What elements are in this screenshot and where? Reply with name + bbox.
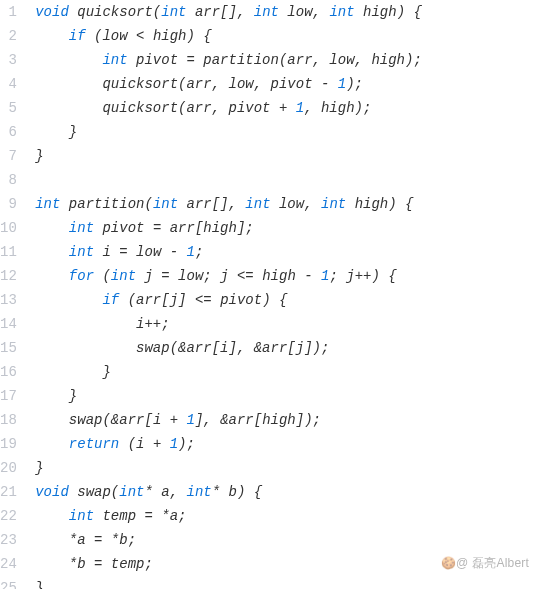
token-pn: , (355, 52, 363, 68)
token-pn: ) (346, 76, 354, 92)
token-kw: int (153, 196, 178, 212)
token-pn: , (229, 196, 237, 212)
token-kw: int (111, 268, 136, 284)
token-pn: ) (187, 28, 195, 44)
token-id: arr (262, 340, 287, 356)
token-op: = (186, 52, 194, 68)
token-id: swap (136, 340, 170, 356)
token-id: low (178, 268, 203, 284)
code-line[interactable]: } (27, 120, 539, 144)
token-pn: ) (355, 100, 363, 116)
code-line[interactable]: for (int j = low; j <= high - 1; j++) { (27, 264, 539, 288)
token-pn: ] (228, 340, 236, 356)
token-pn: ; (203, 268, 211, 284)
line-number: 7 (0, 144, 17, 168)
code-line[interactable]: if (low < high) { (27, 24, 539, 48)
token-id: low (287, 4, 312, 20)
code-line[interactable]: void swap(int* a, int* b) { (27, 480, 539, 504)
code-line[interactable]: } (27, 576, 539, 589)
token-pn: ( (170, 340, 178, 356)
token-kw: void (35, 484, 69, 500)
token-pn: [] (212, 196, 229, 212)
token-pn: ; (413, 52, 421, 68)
code-line[interactable] (27, 168, 539, 192)
line-number: 17 (0, 384, 17, 408)
token-kw: int (254, 4, 279, 20)
code-line[interactable]: swap(&arr[i + 1], &arr[high]); (27, 408, 539, 432)
token-pn: } (35, 460, 43, 476)
token-pn: ( (102, 268, 110, 284)
code-line[interactable]: } (27, 456, 539, 480)
token-pn: , (212, 100, 220, 116)
code-line[interactable]: int temp = *a; (27, 504, 539, 528)
token-op: * (212, 484, 220, 500)
token-op: * (69, 532, 77, 548)
token-pn: { (405, 196, 413, 212)
code-line[interactable]: void quicksort(int arr[], int low, int h… (27, 0, 539, 24)
token-id: arr (186, 100, 211, 116)
token-id: arr (186, 340, 211, 356)
code-line[interactable]: quicksort(arr, low, pivot - 1); (27, 72, 539, 96)
token-pn: ) (237, 484, 245, 500)
token-id: high (371, 52, 405, 68)
line-number: 15 (0, 336, 17, 360)
token-id: pivot (102, 220, 144, 236)
token-num: 1 (296, 100, 304, 116)
token-id: temp (111, 556, 145, 572)
token-id: high (153, 28, 187, 44)
token-pn: { (388, 268, 396, 284)
token-pn: ( (153, 4, 161, 20)
token-id: j (296, 340, 304, 356)
token-pn: ; (161, 316, 169, 332)
code-line[interactable]: int i = low - 1; (27, 240, 539, 264)
code-line[interactable]: return (i + 1); (27, 432, 539, 456)
code-line[interactable]: int pivot = arr[high]; (27, 216, 539, 240)
token-pn: , (203, 412, 211, 428)
line-number: 5 (0, 96, 17, 120)
code-lines[interactable]: void quicksort(int arr[], int low, int h… (27, 0, 539, 589)
token-pn: ( (128, 292, 136, 308)
token-id: arr (195, 4, 220, 20)
token-id: pivot (229, 100, 271, 116)
token-id: arr (186, 76, 211, 92)
code-line[interactable]: } (27, 360, 539, 384)
line-number: 12 (0, 264, 17, 288)
token-kw: int (69, 244, 94, 260)
token-op: ++ (355, 268, 372, 284)
token-id: quicksort (77, 4, 153, 20)
token-pn: } (69, 388, 77, 404)
code-line[interactable]: if (arr[j] <= pivot) { (27, 288, 539, 312)
line-number: 14 (0, 312, 17, 336)
token-kw: if (102, 292, 119, 308)
token-pn: } (35, 580, 43, 589)
token-id: j (144, 268, 152, 284)
token-id: low (279, 196, 304, 212)
line-number: 2 (0, 24, 17, 48)
token-op: = (94, 532, 102, 548)
line-number-gutter: 1234567891011121314151617181920212223242… (0, 0, 27, 589)
code-line[interactable]: int pivot = partition(arr, low, high); (27, 48, 539, 72)
code-line[interactable]: i++; (27, 312, 539, 336)
token-id: low (329, 52, 354, 68)
code-line[interactable]: swap(&arr[i], &arr[j]); (27, 336, 539, 360)
code-line[interactable]: *a = *b; (27, 528, 539, 552)
token-pn: ( (128, 436, 136, 452)
code-line[interactable]: quicksort(arr, pivot + 1, high); (27, 96, 539, 120)
token-pn: } (69, 124, 77, 140)
code-line[interactable]: int partition(int arr[], int low, int hi… (27, 192, 539, 216)
code-line[interactable]: } (27, 144, 539, 168)
token-num: 1 (170, 436, 178, 452)
token-pn: ) (262, 292, 270, 308)
token-pn: ; (195, 244, 203, 260)
token-pn: , (313, 52, 321, 68)
token-id: i (102, 244, 110, 260)
token-id: high (203, 220, 237, 236)
code-line[interactable]: } (27, 384, 539, 408)
token-kw: int (35, 196, 60, 212)
token-id: a (170, 508, 178, 524)
token-op: - (321, 76, 329, 92)
token-pn: , (237, 340, 245, 356)
token-op: & (254, 340, 262, 356)
token-id: partition (69, 196, 145, 212)
token-id: quicksort (102, 100, 178, 116)
